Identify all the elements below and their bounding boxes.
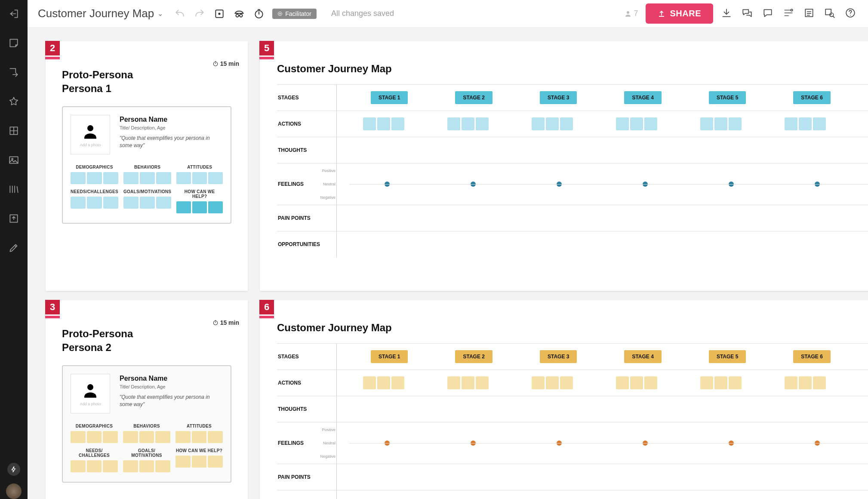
row-label-stages: STAGES <box>277 95 337 101</box>
facilitator-badge[interactable]: Facilitator <box>272 9 317 19</box>
col-header: DEMOGRAPHICS <box>71 165 118 169</box>
step-badge: 5 <box>259 41 274 55</box>
col-header: ATTITUDES <box>175 424 223 428</box>
persona-photo-placeholder[interactable]: Add a photo <box>71 115 110 154</box>
add-photo-hint: Add a photo <box>80 143 101 147</box>
avatar[interactable] <box>6 484 22 499</box>
outline-icon[interactable] <box>803 7 816 20</box>
row-label-painpoints: PAIN POINTS <box>277 474 337 480</box>
svg-point-16 <box>213 62 217 66</box>
import-icon[interactable] <box>8 213 20 225</box>
image-icon[interactable] <box>8 154 20 166</box>
col-header: GOALS/MOTIVATIONS <box>123 189 171 194</box>
bolt-icon[interactable] <box>7 463 20 476</box>
document-title[interactable]: Customer Journey Map <box>38 7 154 20</box>
frame-persona-2[interactable]: 3 15 min Proto-PersonaPersona 2 Add a ph… <box>46 300 248 499</box>
stage-pill[interactable]: STAGE 6 <box>793 350 830 363</box>
col-header: NEEDS/CHALLENGES <box>71 189 118 194</box>
timer-icon[interactable] <box>252 7 265 20</box>
row-label-thoughts: THOUGHTS <box>277 406 337 412</box>
col-header: NEEDS/ CHALLENGES <box>71 448 118 458</box>
col-header: BEHAVIORS <box>123 424 170 428</box>
persona-card[interactable]: Add a photo Persona Name Title/ Descript… <box>62 365 231 483</box>
undo-icon[interactable] <box>173 7 186 20</box>
frame-persona-1[interactable]: 2 15 min Proto-PersonaPersona 1 Add a ph… <box>46 41 248 291</box>
canvas[interactable]: 2 15 min Proto-PersonaPersona 1 Add a ph… <box>28 28 868 499</box>
stage-pill[interactable]: STAGE 1 <box>371 350 408 363</box>
action-group[interactable] <box>700 117 742 130</box>
svg-point-17 <box>87 125 93 131</box>
exit-icon[interactable] <box>8 8 20 20</box>
help-icon[interactable] <box>845 7 858 20</box>
comments-icon[interactable] <box>742 7 754 20</box>
action-group[interactable] <box>785 117 826 130</box>
row-label-actions: ACTIONS <box>277 121 337 127</box>
stage-pill[interactable]: STAGE 6 <box>793 91 830 104</box>
top-toolbar: Customer Journey Map ⌄ Facilitator All c… <box>28 0 868 28</box>
action-group[interactable] <box>616 117 657 130</box>
stage-pill[interactable]: STAGE 2 <box>455 350 492 363</box>
persona-photo-placeholder[interactable]: Add a photo <box>71 374 110 413</box>
frame-title: Customer Journey Map <box>277 63 868 75</box>
step-badge: 2 <box>45 41 60 55</box>
left-sidebar <box>0 0 28 499</box>
accent-underline <box>259 316 274 318</box>
persona-name: Persona Name <box>120 375 223 382</box>
pencil-icon[interactable] <box>8 242 20 254</box>
row-label-painpoints: PAIN POINTS <box>277 215 337 221</box>
persona-subtitle: Title/ Description, Age <box>120 384 223 389</box>
star-icon[interactable] <box>8 95 20 108</box>
library-icon[interactable] <box>8 183 20 195</box>
persona-name: Persona Name <box>120 116 223 123</box>
save-status: All changes saved <box>331 9 394 18</box>
col-header: GOALS/ MOTIVATIONS <box>123 448 170 458</box>
dice-icon[interactable] <box>213 7 226 20</box>
people-count[interactable]: 7 <box>624 9 638 18</box>
stage-pill[interactable]: STAGE 1 <box>371 91 408 104</box>
stage-pill[interactable]: STAGE 3 <box>540 91 577 104</box>
stage-pill[interactable]: STAGE 2 <box>455 91 492 104</box>
step-badge: 6 <box>259 300 274 314</box>
stage-pill[interactable]: STAGE 4 <box>624 350 661 363</box>
persona-meta: Persona Name Title/ Description, Age "Qu… <box>120 374 223 413</box>
frame-journey-1[interactable]: 5 Customer Journey Map STAGES STAGE 1 ST… <box>260 41 868 291</box>
journey-table: STAGES STAGE 1 STAGE 2 STAGE 3 STAGE 4 S… <box>277 343 868 499</box>
action-group[interactable] <box>616 376 657 389</box>
persona-quote: "Quote that exemplifies your persona in … <box>120 394 223 408</box>
share-out-icon[interactable] <box>8 66 20 78</box>
grid-icon[interactable] <box>8 125 20 137</box>
stage-pill[interactable]: STAGE 5 <box>709 350 746 363</box>
action-group[interactable] <box>447 117 489 130</box>
chevron-down-icon[interactable]: ⌄ <box>157 9 163 18</box>
add-photo-hint: Add a photo <box>80 402 101 406</box>
accent-underline <box>45 57 60 59</box>
action-group[interactable] <box>363 376 404 389</box>
search-icon[interactable] <box>824 7 837 20</box>
row-label-actions: ACTIONS <box>277 380 337 386</box>
action-group[interactable] <box>532 117 573 130</box>
sticky-note-icon[interactable] <box>8 37 20 49</box>
action-group[interactable] <box>532 376 573 389</box>
incognito-icon[interactable] <box>233 7 246 20</box>
svg-point-10 <box>627 11 629 14</box>
stage-pill[interactable]: STAGE 3 <box>540 350 577 363</box>
feelings-axis: PositiveNeutralNegative <box>318 422 336 464</box>
action-group[interactable] <box>447 376 489 389</box>
persona-card[interactable]: Add a photo Persona Name Title/ Descript… <box>62 106 231 224</box>
stage-pill[interactable]: STAGE 5 <box>709 91 746 104</box>
download-icon[interactable] <box>721 7 734 20</box>
chat-icon[interactable] <box>762 7 775 20</box>
action-group[interactable] <box>700 376 742 389</box>
share-button-label: SHARE <box>670 9 701 18</box>
action-group[interactable] <box>785 376 826 389</box>
share-button[interactable]: SHARE <box>646 3 713 24</box>
action-group[interactable] <box>363 117 404 130</box>
journey-table: STAGES STAGE 1 STAGE 2 STAGE 3 STAGE 4 S… <box>277 84 868 257</box>
redo-icon[interactable] <box>193 7 206 20</box>
svg-point-2 <box>12 158 13 160</box>
col-header: HOW CAN WE HELP? <box>176 189 223 199</box>
stage-pill[interactable]: STAGE 4 <box>624 91 661 104</box>
frame-journey-2[interactable]: 6 Customer Journey Map STAGES STAGE 1 ST… <box>260 300 868 499</box>
feelings-axis: PositiveNeutralNegative <box>318 163 336 205</box>
activity-icon[interactable] <box>783 7 796 20</box>
